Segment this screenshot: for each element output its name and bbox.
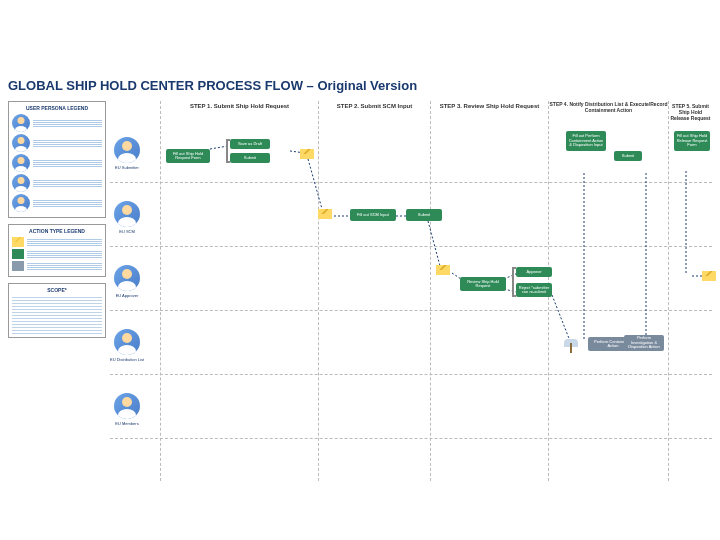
scope-legend: SCOPE* xyxy=(8,283,106,338)
legend-text xyxy=(27,250,102,258)
col-header: STEP 5. Submit Ship Hold Release Request xyxy=(669,103,712,121)
box-submit1: Submit xyxy=(230,153,270,163)
system-action-icon xyxy=(12,261,24,271)
persona-icon xyxy=(12,194,30,212)
persona-icon xyxy=(12,154,30,172)
box-fill-ship-hold: Fill out Ship Hold Request Form xyxy=(166,149,210,163)
scope-legend-title: SCOPE* xyxy=(12,287,102,293)
mailbox-icon xyxy=(562,337,580,353)
action-legend: ACTION TYPE LEGEND xyxy=(8,224,106,277)
col-step5: STEP 5. Submit Ship Hold Release Request xyxy=(668,101,712,481)
envelope-icon xyxy=(436,265,450,275)
envelope-icon xyxy=(318,209,332,219)
legend-text xyxy=(33,119,102,127)
col-header: STEP 2. Submit SCM Input xyxy=(319,103,430,109)
box-save-draft: Save as Draft xyxy=(230,139,270,149)
box-submit2: Submit xyxy=(406,209,442,221)
envelope-icon xyxy=(12,237,24,247)
legend-panel: USER PERSONA LEGEND ACTION TYPE LEGEND S… xyxy=(8,101,106,344)
legend-text xyxy=(33,159,102,167)
persona-icon xyxy=(12,134,30,152)
col-header: STEP 4. Notify Distribution List & Execu… xyxy=(549,101,668,113)
col-header: STEP 1. Submit Ship Hold Request xyxy=(161,103,318,109)
legend-text xyxy=(33,199,102,207)
envelope-icon xyxy=(300,149,314,159)
box-review: Review Ship Hold Request xyxy=(460,277,506,291)
action-legend-title: ACTION TYPE LEGEND xyxy=(12,228,102,234)
box-reject: Reject *submitter can re-submit xyxy=(516,283,552,297)
page-title: GLOBAL SHIP HOLD CENTER PROCESS FLOW – O… xyxy=(8,78,712,93)
persona-icon xyxy=(12,174,30,192)
user-action-icon xyxy=(12,249,24,259)
legend-text xyxy=(33,139,102,147)
legend-text xyxy=(27,262,102,270)
box-approve: Approve xyxy=(516,267,552,277)
brace-icon xyxy=(226,139,230,163)
box-fill-containment: Fill out Perform Containment Action & Di… xyxy=(566,131,606,151)
brace-icon xyxy=(512,267,516,297)
scope-text xyxy=(12,296,102,334)
box-perform-investigation: Perform Investigation & Disposition Acti… xyxy=(624,335,664,351)
persona-legend-title: USER PERSONA LEGEND xyxy=(12,105,102,111)
legend-text xyxy=(33,179,102,187)
envelope-icon xyxy=(702,271,716,281)
col-header: STEP 3. Review Ship Hold Request xyxy=(431,103,548,109)
col-step2: STEP 2. Submit SCM Input xyxy=(318,101,430,481)
box-submit-containment: Submit xyxy=(614,151,642,161)
col-step4: STEP 4. Notify Distribution List & Execu… xyxy=(548,101,668,481)
box-fill-scm: Fill out SCM Input xyxy=(350,209,396,221)
diagram-canvas: USER PERSONA LEGEND ACTION TYPE LEGEND S… xyxy=(8,101,712,481)
box-fill-release: Fill out Ship Hold Release Request Form xyxy=(674,131,710,151)
persona-legend: USER PERSONA LEGEND xyxy=(8,101,106,218)
persona-icon xyxy=(12,114,30,132)
legend-text xyxy=(27,238,102,246)
